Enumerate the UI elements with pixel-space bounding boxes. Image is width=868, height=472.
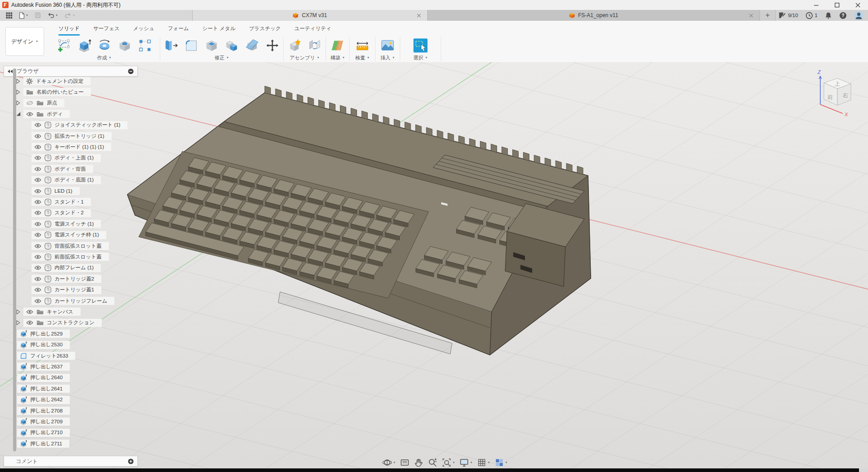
insert-image-icon[interactable] — [380, 38, 395, 53]
job-status-button[interactable]: 9/10 — [778, 11, 798, 19]
browser-tree-item[interactable]: 拡張カートリッジ (1) — [32, 132, 112, 140]
revolve-icon[interactable] — [97, 38, 112, 53]
browser-tree-item[interactable]: 内部フレーム (1) — [32, 264, 101, 272]
visibility-on-icon[interactable] — [34, 277, 41, 281]
browser-tree-item[interactable]: キャンバス — [16, 308, 81, 316]
ribbon-group-label[interactable]: 作成▼ — [49, 54, 160, 61]
visibility-on-icon[interactable] — [34, 299, 41, 304]
ribbon-tab-2[interactable]: サーフェス — [93, 25, 120, 36]
extrude-icon[interactable] — [77, 38, 92, 53]
add-comment-icon[interactable] — [128, 458, 134, 464]
collapse-panel-icon[interactable] — [7, 69, 13, 73]
visibility-on-icon[interactable] — [34, 222, 41, 227]
viewports-button[interactable]: ▼ — [493, 457, 509, 468]
visibility-on-icon[interactable] — [34, 189, 41, 194]
browser-tree-item[interactable]: カートリッジ蓋2 — [32, 275, 101, 283]
browser-tree-item[interactable]: 前面拡張スロット蓋 — [32, 253, 109, 261]
ribbon-tab-6[interactable]: プラスチック — [249, 25, 281, 36]
visibility-on-icon[interactable] — [34, 232, 41, 237]
visibility-on-icon[interactable] — [34, 177, 41, 182]
timeline-feature-item[interactable]: フィレット2633 — [17, 352, 75, 360]
ribbon-group-label[interactable]: 構築▼ — [326, 54, 349, 61]
timeline-feature-item[interactable]: 押し出し2637 — [17, 363, 70, 371]
expand-closed-icon[interactable] — [16, 79, 21, 84]
close-button[interactable] — [847, 0, 868, 10]
redo-icon[interactable]: ▼ — [62, 12, 77, 19]
visibility-on-icon[interactable] — [34, 244, 41, 249]
expand-closed-icon[interactable] — [16, 100, 21, 105]
browser-scrollbar[interactable] — [13, 68, 16, 451]
browser-tree-item[interactable]: ボディ・上面 (1) — [32, 154, 101, 162]
browser-tree-item[interactable]: ドキュメントの設定 — [16, 77, 90, 85]
pan-button[interactable] — [412, 457, 425, 468]
document-tab-active[interactable]: CX7M v31 — [193, 10, 428, 21]
notifications-button[interactable] — [825, 12, 832, 19]
visibility-on-icon[interactable] — [34, 123, 41, 127]
orbit-button[interactable]: ▼ — [381, 457, 397, 468]
browser-tree-item[interactable]: カートリッジ蓋1 — [32, 286, 101, 294]
3d-viewport[interactable]: Z X 上 前 右 ブラウザ ドキュメントの設定名前の付いたビュー原点ボディジョ — [0, 62, 868, 468]
browser-tree-item[interactable]: ボディ・背面 — [32, 165, 93, 173]
timeline-feature-item[interactable]: 押し出し2642 — [17, 396, 70, 404]
expand-open-icon[interactable] — [16, 112, 21, 116]
ribbon-group-label[interactable]: アセンブリ▼ — [284, 54, 326, 61]
timeline-feature-item[interactable]: 押し出し2710 — [17, 429, 70, 437]
new-tab-button[interactable]: + — [760, 10, 776, 21]
timeline-feature-item[interactable]: 押し出し2708 — [17, 407, 70, 415]
browser-tree-item[interactable]: ボディ・底面 (1) — [32, 176, 101, 184]
browser-tree-item[interactable]: 背面拡張スロット蓋 — [32, 242, 109, 250]
timeline-feature-item[interactable]: 押し出し2530 — [17, 341, 70, 349]
timeline-feature-item[interactable]: 押し出し2529 — [17, 330, 70, 338]
browser-panel-header[interactable]: ブラウザ — [4, 66, 138, 77]
expand-closed-icon[interactable] — [16, 320, 21, 325]
browser-tree-item[interactable]: キーボード (1) (1) (1) — [32, 143, 111, 151]
measure-icon[interactable] — [355, 38, 370, 53]
browser-tree-item[interactable]: 電源スイッチ (1) — [32, 220, 101, 228]
timeline-feature-item[interactable]: 押し出し2640 — [17, 374, 70, 382]
browser-tree-item[interactable]: コンストラクション — [16, 319, 102, 327]
shell-icon[interactable] — [204, 38, 219, 53]
ribbon-tab-3[interactable]: メッシュ — [133, 25, 154, 36]
combine-icon[interactable] — [224, 38, 240, 53]
visibility-on-icon[interactable] — [34, 254, 41, 259]
visibility-on-icon[interactable] — [26, 112, 33, 117]
fillet-icon[interactable] — [184, 38, 199, 53]
visibility-on-icon[interactable] — [34, 210, 41, 215]
ribbon-tab-7[interactable]: ユーティリティ — [294, 25, 331, 36]
visibility-on-icon[interactable] — [26, 309, 33, 314]
maximize-button[interactable] — [827, 0, 847, 10]
pattern-icon[interactable] — [137, 38, 153, 53]
grid-settings-button[interactable]: ▼ — [475, 457, 492, 468]
press-pull-icon[interactable] — [163, 38, 179, 53]
browser-tree-item[interactable]: スタンド・1 — [32, 198, 91, 206]
view-cube[interactable]: Z X 上 前 右 — [813, 67, 868, 120]
visibility-off-icon[interactable] — [26, 100, 33, 105]
visibility-on-icon[interactable] — [34, 200, 41, 204]
browser-tree-item[interactable]: ボディ — [16, 110, 70, 118]
browser-tree-item[interactable]: 名前の付いたビュー — [16, 88, 91, 96]
browser-tree-item[interactable]: 原点 — [16, 99, 64, 107]
tab-close-icon[interactable] — [416, 12, 422, 18]
split-body-icon[interactable] — [244, 38, 260, 53]
help-button[interactable]: ? — [839, 12, 847, 19]
history-button[interactable]: 1 — [805, 12, 818, 19]
create-sketch-icon[interactable] — [56, 38, 72, 53]
zoom-button[interactable] — [426, 457, 439, 468]
3d-model[interactable] — [127, 86, 591, 355]
new-file-icon[interactable]: ▼ — [17, 11, 31, 20]
timeline-feature-item[interactable]: 押し出し2711 — [17, 440, 69, 448]
ribbon-group-label[interactable]: 検査▼ — [350, 54, 375, 61]
browser-tree-item[interactable]: ジョイスティックポート (1) — [32, 121, 127, 129]
save-icon[interactable] — [32, 11, 43, 19]
expand-closed-icon[interactable] — [16, 309, 21, 314]
hole-icon[interactable] — [117, 38, 132, 53]
visibility-on-icon[interactable] — [34, 155, 41, 160]
browser-tree-item[interactable]: カートリッジフレーム — [32, 297, 114, 305]
ribbon-tab-5[interactable]: シート メタル — [203, 25, 236, 36]
new-component-icon[interactable] — [287, 38, 302, 53]
visibility-on-icon[interactable] — [34, 167, 41, 172]
construction-plane-icon[interactable] — [330, 38, 345, 53]
3d-canvas[interactable] — [0, 62, 868, 468]
timeline-feature-item[interactable]: 押し出し2709 — [17, 418, 70, 426]
select-icon[interactable] — [413, 38, 428, 53]
